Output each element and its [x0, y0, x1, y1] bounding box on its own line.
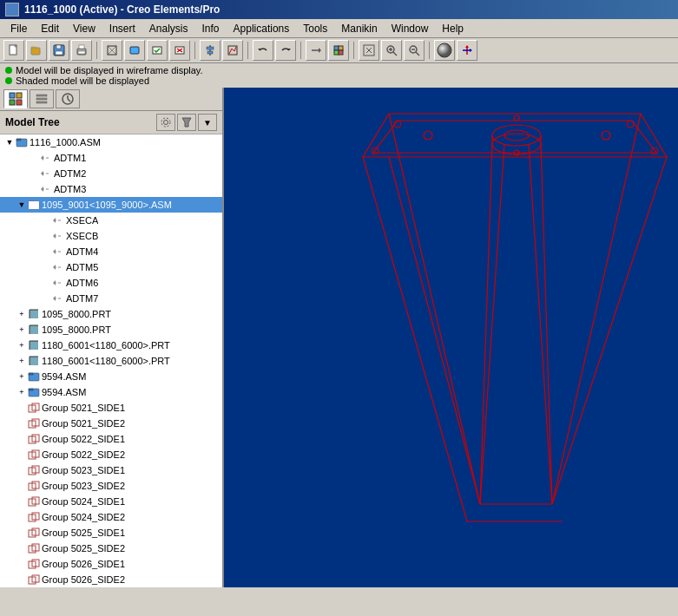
tree-expand-icon[interactable]	[40, 214, 52, 226]
tree-expand-icon[interactable]	[16, 527, 28, 539]
tree-filter-button[interactable]	[177, 114, 196, 131]
tree-tab[interactable]	[3, 89, 28, 108]
wireframe-button[interactable]	[102, 40, 122, 61]
tree-expand-icon[interactable]	[16, 573, 28, 586]
tree-expand-icon[interactable]: +	[16, 339, 28, 351]
tree-item[interactable]: Group 5021_SIDE1	[0, 400, 222, 416]
open-button[interactable]	[26, 40, 47, 61]
tree-item[interactable]: +9594.ASM	[0, 369, 222, 384]
tree-item[interactable]: XSECB	[0, 228, 222, 244]
tree-expand-icon[interactable]	[16, 511, 28, 523]
tree-settings-button[interactable]	[156, 114, 175, 131]
print-button[interactable]	[71, 40, 92, 61]
tree-expand-icon[interactable]: +	[16, 355, 28, 367]
menu-item-edit[interactable]: Edit	[34, 21, 66, 36]
item-type-icon	[40, 183, 52, 195]
tree-expand-button[interactable]: ▼	[198, 114, 217, 131]
check-button[interactable]	[147, 40, 168, 61]
tree-expand-icon[interactable]	[16, 417, 28, 429]
tree-item[interactable]: ▼1095_9001<1095_9000>.ASM	[0, 197, 222, 213]
menu-item-view[interactable]: View	[66, 21, 102, 36]
tree-item[interactable]: Group 5025_SIDE2	[0, 541, 222, 556]
tree-item[interactable]: +1095_8000.PRT	[0, 306, 222, 322]
tree-expand-icon[interactable]	[40, 261, 52, 273]
tree-expand-icon[interactable]	[16, 464, 28, 476]
tree-item[interactable]: ADTM6	[0, 275, 222, 291]
cancel-button[interactable]	[169, 40, 190, 61]
history-tab[interactable]	[56, 89, 80, 108]
tree-expand-icon[interactable]	[16, 480, 28, 492]
tree-item[interactable]: XSECA	[0, 213, 222, 228]
layer-tab[interactable]	[30, 89, 54, 108]
align-button[interactable]	[200, 40, 221, 61]
tree-item[interactable]: ADTM3	[0, 181, 222, 197]
menu-item-info[interactable]: Info	[195, 21, 227, 36]
tree-expand-icon[interactable]	[16, 495, 28, 508]
tree-expand-icon[interactable]	[16, 542, 28, 554]
tree-item[interactable]: Group 5023_SIDE1	[0, 462, 222, 478]
component-button[interactable]	[328, 40, 349, 61]
tree-item[interactable]: +1180_6001<1180_6000>.PRT	[0, 353, 222, 369]
menu-item-applications[interactable]: Applications	[227, 21, 297, 36]
menu-item-window[interactable]: Window	[385, 21, 436, 36]
menu-item-tools[interactable]: Tools	[296, 21, 334, 36]
tree-item[interactable]: +1180_6001<1180_6000>.PRT	[0, 337, 222, 353]
tree-item[interactable]: Group 5026_SIDE2	[0, 572, 222, 587]
menu-item-analysis[interactable]: Analysis	[142, 21, 195, 36]
viewport[interactable]	[224, 88, 678, 587]
tree-item[interactable]: ADTM1	[0, 150, 222, 166]
tree-item[interactable]: ADTM2	[0, 166, 222, 181]
menu-item-file[interactable]: File	[3, 21, 34, 36]
tree-item[interactable]: ADTM7	[0, 291, 222, 306]
tree-item[interactable]: Group 5026_SIDE1	[0, 556, 222, 572]
tree-container[interactable]: ▼1116_1000.ASMADTM1ADTM2ADTM3▼1095_9001<…	[0, 134, 222, 587]
tree-item[interactable]: Group 5024_SIDE2	[0, 509, 222, 525]
menu-item-manikin[interactable]: Manikin	[334, 21, 384, 36]
svg-line-135	[552, 157, 667, 504]
sketch-button[interactable]	[222, 40, 243, 61]
tree-expand-icon[interactable]	[16, 402, 28, 414]
zoom-out-button[interactable]	[404, 40, 425, 61]
tree-item[interactable]: ▼1116_1000.ASM	[0, 134, 222, 150]
tree-expand-icon[interactable]	[40, 246, 52, 258]
tree-item[interactable]: ADTM5	[0, 259, 222, 275]
tree-expand-icon[interactable]: ▼	[3, 136, 16, 148]
axis-button[interactable]	[457, 40, 477, 61]
tree-expand-icon[interactable]: +	[16, 324, 28, 336]
tree-expand-icon[interactable]	[40, 277, 52, 289]
tree-expand-icon[interactable]	[16, 433, 28, 445]
zoom-in-button[interactable]	[381, 40, 402, 61]
svg-rect-46	[36, 95, 47, 96]
tree-expand-icon[interactable]	[16, 558, 28, 570]
tree-expand-icon[interactable]	[40, 292, 52, 305]
tree-expand-icon[interactable]: ▼	[16, 199, 28, 211]
save-button[interactable]	[49, 40, 69, 61]
new-button[interactable]	[3, 40, 24, 61]
insert-mode-button[interactable]	[306, 40, 326, 61]
tree-expand-icon[interactable]: +	[16, 386, 28, 398]
tree-expand-icon[interactable]	[28, 183, 40, 195]
menu-item-insert[interactable]: Insert	[102, 21, 142, 36]
tree-item[interactable]: +9594.ASM	[0, 384, 222, 400]
tree-expand-icon[interactable]: +	[16, 370, 28, 383]
menu-item-help[interactable]: Help	[435, 21, 471, 36]
zoom-all-button[interactable]	[359, 40, 379, 61]
tree-item[interactable]: Group 5022_SIDE1	[0, 431, 222, 447]
tree-item[interactable]: Group 5022_SIDE2	[0, 447, 222, 462]
tree-item[interactable]: Group 5024_SIDE1	[0, 494, 222, 509]
undo-button[interactable]	[253, 40, 273, 61]
tree-expand-icon[interactable]	[16, 449, 28, 461]
tree-expand-icon[interactable]	[28, 167, 40, 180]
tree-item[interactable]: ADTM4	[0, 244, 222, 259]
tree-item[interactable]: Group 5021_SIDE2	[0, 416, 222, 431]
shading-button[interactable]	[434, 40, 455, 61]
feature-button[interactable]	[124, 40, 145, 61]
tree-item[interactable]: Group 5023_SIDE2	[0, 478, 222, 494]
tree-expand-icon[interactable]: +	[16, 308, 28, 320]
tree-item[interactable]: +1095_8000.PRT	[0, 322, 222, 337]
tree-expand-icon[interactable]	[28, 152, 40, 164]
item-type-icon	[28, 324, 40, 336]
tree-expand-icon[interactable]	[40, 230, 52, 242]
tree-item[interactable]: Group 5025_SIDE1	[0, 525, 222, 541]
redo-button[interactable]	[275, 40, 296, 61]
